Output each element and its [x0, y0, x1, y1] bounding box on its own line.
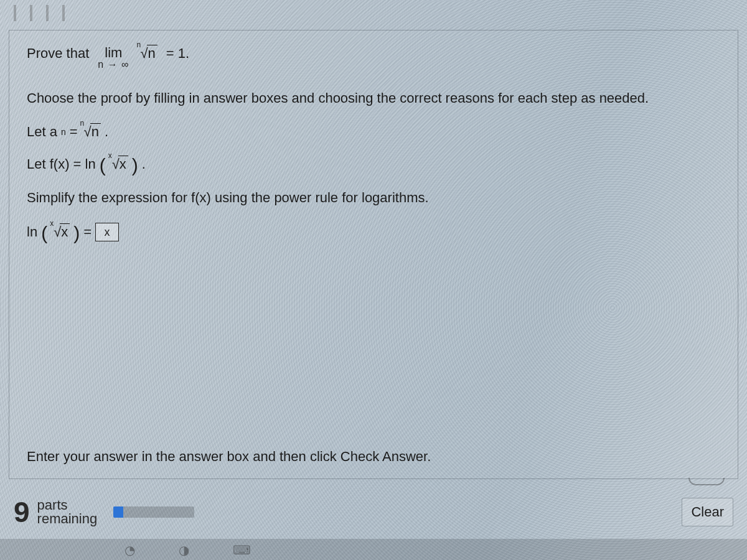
step-answer-line: ln ( x √x ) = x [27, 223, 720, 241]
let-fx-root: x √x [110, 156, 128, 172]
limit-expression: lim n → ∞ [98, 45, 129, 70]
answer-ln-prefix: ln [27, 224, 37, 240]
parts-remaining-block: 9 parts remaining [14, 495, 194, 529]
root-index: n [136, 40, 141, 49]
parts-label-bottom: remaining [37, 512, 98, 526]
footer-bar: 9 parts remaining Clear [0, 489, 747, 535]
limit-word: lim [105, 45, 122, 60]
parts-label-top: parts [37, 498, 98, 512]
taskbar-icon-3[interactable]: ⌨ [233, 543, 251, 558]
prove-prefix: Prove that [27, 45, 89, 62]
clear-button-label: Clear [691, 504, 724, 520]
clear-button[interactable]: Clear [682, 498, 733, 526]
equals-one: = 1. [166, 45, 189, 62]
prove-statement: Prove that lim n → ∞ n √n = 1. [27, 45, 720, 70]
let-an-root: n √n [82, 124, 101, 140]
answer-root: x √x [51, 224, 70, 240]
parts-count: 9 [14, 495, 30, 529]
instruction-enter-answer: Enter your answer in the answer box and … [27, 449, 431, 465]
let-fx-prefix: Let f(x) = ln [27, 156, 96, 172]
nth-root-of-n: n √n [138, 45, 157, 62]
root-radicand: n [147, 45, 157, 61]
parts-label: parts remaining [37, 498, 98, 526]
limit-subscript: n → ∞ [98, 60, 129, 70]
window-frame-marks [14, 5, 65, 21]
step-let-fx: Let f(x) = ln ( x √x ) . [27, 156, 720, 172]
let-fx-suffix: . [142, 156, 146, 172]
progress-fill [113, 506, 123, 518]
question-panel: Prove that lim n → ∞ n √n = 1. Choose th… [9, 30, 738, 479]
let-an-equals: = [70, 124, 78, 140]
answer-equals: = [83, 224, 92, 240]
taskbar-icon-2[interactable]: ◑ [179, 543, 189, 558]
step-let-an: Let an = n √n . [27, 124, 720, 140]
let-an-suffix: . [105, 124, 108, 140]
taskbar-icons: ◔ ◑ ⌨ [125, 543, 251, 558]
answer-input[interactable]: x [95, 223, 119, 241]
instruction-choose-proof: Choose the proof by filling in answer bo… [27, 89, 720, 108]
progress-bar [113, 506, 194, 518]
step-simplify-instruction: Simplify the expression for f(x) using t… [27, 189, 720, 207]
let-an-prefix: Let a [27, 124, 57, 140]
os-taskbar: ◔ ◑ ⌨ [0, 539, 747, 560]
taskbar-icon-1[interactable]: ◔ [125, 543, 135, 558]
panel-handle [688, 478, 725, 485]
